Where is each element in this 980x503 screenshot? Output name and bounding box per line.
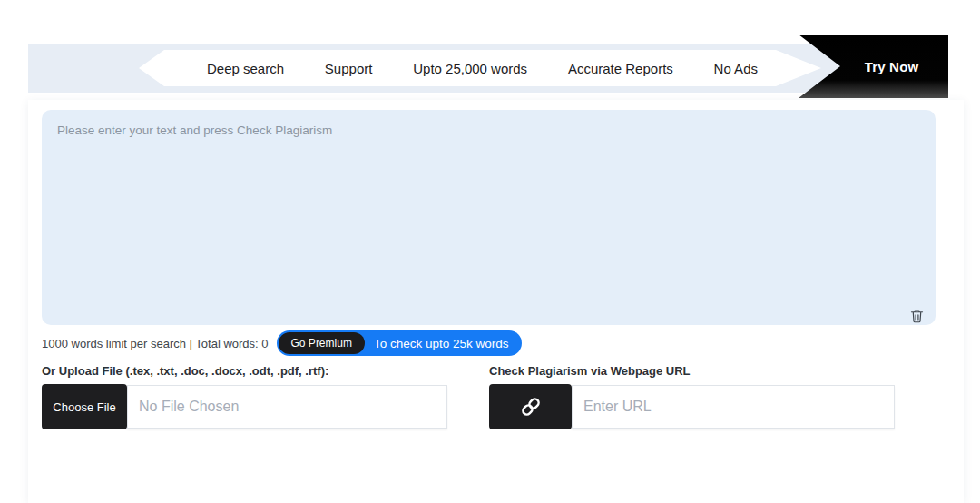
go-premium-button[interactable]: Go Premium [279, 332, 365, 354]
url-link-button[interactable] [489, 384, 572, 429]
feature-deep-search: Deep search [207, 61, 284, 76]
feature-word-limit: Upto 25,000 words [413, 61, 527, 76]
words-limit-text: 1000 words limit per search | Total word… [42, 337, 269, 350]
try-now-label: Try Now [865, 59, 919, 74]
link-icon [520, 396, 542, 418]
choose-file-button[interactable]: Choose File [42, 384, 127, 429]
words-limit-row: 1000 words limit per search | Total word… [42, 330, 522, 356]
features-ribbon: Deep search Support Upto 25,000 words Ac… [139, 50, 821, 86]
feature-support: Support [325, 61, 373, 76]
upload-file-label: Or Upload File (.tex, .txt, .doc, .docx,… [42, 364, 328, 378]
text-input-area[interactable] [42, 110, 936, 325]
trash-icon [909, 308, 925, 324]
plagiarism-checker-page: Deep search Support Upto 25,000 words Ac… [0, 0, 980, 503]
feature-accurate-reports: Accurate Reports [568, 61, 673, 76]
premium-note: To check upto 25k words [367, 337, 523, 350]
clear-text-button[interactable] [906, 305, 927, 327]
file-name-field[interactable] [127, 385, 447, 429]
url-check-label: Check Plagiarism via Webpage URL [489, 364, 691, 378]
feature-no-ads: No Ads [714, 61, 758, 76]
url-input[interactable] [572, 385, 895, 429]
premium-pill[interactable]: Go Premium To check upto 25k words [277, 330, 523, 356]
